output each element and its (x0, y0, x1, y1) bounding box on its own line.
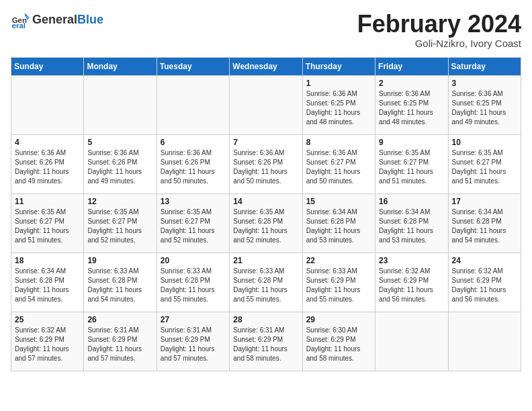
day-number: 16 (379, 197, 444, 206)
day-number: 28 (233, 315, 298, 324)
calendar-cell: 14Sunrise: 6:35 AM Sunset: 6:28 PM Dayli… (230, 193, 302, 253)
day-info: Sunrise: 6:35 AM Sunset: 6:27 PM Dayligh… (87, 208, 152, 245)
day-info: Sunrise: 6:36 AM Sunset: 6:26 PM Dayligh… (87, 148, 152, 186)
day-header-sunday: Sunday (11, 57, 84, 75)
day-number: 18 (15, 256, 80, 265)
day-info: Sunrise: 6:34 AM Sunset: 6:28 PM Dayligh… (306, 208, 371, 245)
day-number: 9 (379, 138, 444, 147)
day-info: Sunrise: 6:32 AM Sunset: 6:29 PM Dayligh… (15, 326, 80, 363)
day-info: Sunrise: 6:36 AM Sunset: 6:27 PM Dayligh… (306, 148, 371, 186)
calendar-cell: 8Sunrise: 6:36 AM Sunset: 6:27 PM Daylig… (302, 134, 375, 193)
day-number: 6 (161, 138, 226, 147)
day-info: Sunrise: 6:33 AM Sunset: 6:28 PM Dayligh… (161, 267, 226, 304)
calendar-cell: 5Sunrise: 6:36 AM Sunset: 6:26 PM Daylig… (84, 134, 157, 193)
calendar-cell: 21Sunrise: 6:33 AM Sunset: 6:28 PM Dayli… (230, 253, 302, 312)
calendar-cell: 10Sunrise: 6:35 AM Sunset: 6:27 PM Dayli… (448, 134, 521, 193)
day-info: Sunrise: 6:33 AM Sunset: 6:28 PM Dayligh… (233, 267, 298, 304)
calendar-cell: 20Sunrise: 6:33 AM Sunset: 6:28 PM Dayli… (157, 253, 229, 312)
day-info: Sunrise: 6:36 AM Sunset: 6:26 PM Dayligh… (161, 148, 226, 186)
calendar-cell: 26Sunrise: 6:31 AM Sunset: 6:29 PM Dayli… (84, 312, 157, 371)
day-number: 26 (87, 315, 152, 324)
calendar-cell: 27Sunrise: 6:31 AM Sunset: 6:29 PM Dayli… (157, 312, 229, 371)
calendar-cell: 24Sunrise: 6:32 AM Sunset: 6:29 PM Dayli… (448, 253, 521, 312)
day-number: 8 (306, 138, 371, 147)
day-number: 19 (87, 256, 152, 265)
calendar-week-2: 4Sunrise: 6:36 AM Sunset: 6:26 PM Daylig… (11, 134, 521, 193)
day-header-monday: Monday (84, 57, 157, 75)
day-number: 11 (15, 197, 80, 206)
day-number: 27 (161, 315, 226, 324)
day-info: Sunrise: 6:36 AM Sunset: 6:25 PM Dayligh… (452, 89, 517, 127)
calendar-week-5: 25Sunrise: 6:32 AM Sunset: 6:29 PM Dayli… (11, 312, 521, 371)
page-header: Gen eral GeneralBlue February 2024 Goli-… (11, 11, 521, 49)
day-number: 24 (452, 256, 517, 265)
day-info: Sunrise: 6:35 AM Sunset: 6:27 PM Dayligh… (15, 208, 80, 245)
logo-icon: Gen eral (11, 11, 30, 30)
day-info: Sunrise: 6:31 AM Sunset: 6:29 PM Dayligh… (233, 326, 298, 363)
day-number: 25 (15, 315, 80, 324)
day-info: Sunrise: 6:33 AM Sunset: 6:29 PM Dayligh… (306, 267, 371, 304)
day-info: Sunrise: 6:35 AM Sunset: 6:28 PM Dayligh… (233, 208, 298, 245)
calendar-cell: 6Sunrise: 6:36 AM Sunset: 6:26 PM Daylig… (157, 134, 229, 193)
day-number: 22 (306, 256, 371, 265)
title-block: February 2024 Goli-Nzikro, Ivory Coast (357, 11, 521, 49)
day-header-wednesday: Wednesday (230, 57, 302, 75)
day-info: Sunrise: 6:36 AM Sunset: 6:26 PM Dayligh… (15, 148, 80, 186)
day-info: Sunrise: 6:35 AM Sunset: 6:27 PM Dayligh… (452, 148, 517, 186)
day-number: 13 (161, 197, 226, 206)
day-info: Sunrise: 6:35 AM Sunset: 6:27 PM Dayligh… (379, 148, 444, 186)
calendar-header-row: SundayMondayTuesdayWednesdayThursdayFrid… (11, 57, 521, 75)
day-number: 21 (233, 256, 298, 265)
day-info: Sunrise: 6:36 AM Sunset: 6:25 PM Dayligh… (306, 89, 371, 127)
calendar-cell: 7Sunrise: 6:36 AM Sunset: 6:26 PM Daylig… (230, 134, 302, 193)
day-info: Sunrise: 6:31 AM Sunset: 6:29 PM Dayligh… (87, 326, 152, 363)
day-info: Sunrise: 6:30 AM Sunset: 6:29 PM Dayligh… (306, 326, 371, 363)
calendar-cell: 19Sunrise: 6:33 AM Sunset: 6:28 PM Dayli… (84, 253, 157, 312)
calendar-cell: 23Sunrise: 6:32 AM Sunset: 6:29 PM Dayli… (375, 253, 448, 312)
calendar-cell: 25Sunrise: 6:32 AM Sunset: 6:29 PM Dayli… (11, 312, 84, 371)
day-number: 12 (87, 197, 152, 206)
day-info: Sunrise: 6:32 AM Sunset: 6:29 PM Dayligh… (379, 267, 444, 304)
day-info: Sunrise: 6:32 AM Sunset: 6:29 PM Dayligh… (452, 267, 517, 304)
calendar-table: SundayMondayTuesdayWednesdayThursdayFrid… (11, 57, 521, 371)
day-number: 23 (379, 256, 444, 265)
day-header-tuesday: Tuesday (157, 57, 229, 75)
day-number: 29 (306, 315, 371, 324)
day-info: Sunrise: 6:36 AM Sunset: 6:26 PM Dayligh… (233, 148, 298, 186)
day-number: 17 (452, 197, 517, 206)
day-header-friday: Friday (375, 57, 448, 75)
day-number: 4 (15, 138, 80, 147)
day-number: 20 (161, 256, 226, 265)
calendar-cell (448, 312, 521, 371)
month-title: February 2024 (357, 11, 521, 38)
calendar-cell (157, 75, 229, 134)
day-info: Sunrise: 6:36 AM Sunset: 6:25 PM Dayligh… (379, 89, 444, 127)
calendar-cell: 3Sunrise: 6:36 AM Sunset: 6:25 PM Daylig… (448, 75, 521, 134)
calendar-cell: 15Sunrise: 6:34 AM Sunset: 6:28 PM Dayli… (302, 193, 375, 253)
calendar-cell: 1Sunrise: 6:36 AM Sunset: 6:25 PM Daylig… (302, 75, 375, 134)
calendar-week-4: 18Sunrise: 6:34 AM Sunset: 6:28 PM Dayli… (11, 253, 521, 312)
day-info: Sunrise: 6:33 AM Sunset: 6:28 PM Dayligh… (87, 267, 152, 304)
day-info: Sunrise: 6:31 AM Sunset: 6:29 PM Dayligh… (161, 326, 226, 363)
calendar-cell: 9Sunrise: 6:35 AM Sunset: 6:27 PM Daylig… (375, 134, 448, 193)
calendar-cell (84, 75, 157, 134)
calendar-cell: 16Sunrise: 6:34 AM Sunset: 6:28 PM Dayli… (375, 193, 448, 253)
day-info: Sunrise: 6:34 AM Sunset: 6:28 PM Dayligh… (15, 267, 80, 304)
calendar-cell: 28Sunrise: 6:31 AM Sunset: 6:29 PM Dayli… (230, 312, 302, 371)
calendar-cell: 2Sunrise: 6:36 AM Sunset: 6:25 PM Daylig… (375, 75, 448, 134)
calendar-cell (11, 75, 84, 134)
day-info: Sunrise: 6:34 AM Sunset: 6:28 PM Dayligh… (379, 208, 444, 245)
day-header-thursday: Thursday (302, 57, 375, 75)
calendar-cell: 11Sunrise: 6:35 AM Sunset: 6:27 PM Dayli… (11, 193, 84, 253)
calendar-cell (230, 75, 302, 134)
calendar-cell: 4Sunrise: 6:36 AM Sunset: 6:26 PM Daylig… (11, 134, 84, 193)
day-number: 10 (452, 138, 517, 147)
svg-text:eral: eral (12, 21, 26, 30)
calendar-cell: 17Sunrise: 6:34 AM Sunset: 6:28 PM Dayli… (448, 193, 521, 253)
calendar-cell: 12Sunrise: 6:35 AM Sunset: 6:27 PM Dayli… (84, 193, 157, 253)
day-number: 1 (306, 79, 371, 88)
calendar-week-3: 11Sunrise: 6:35 AM Sunset: 6:27 PM Dayli… (11, 193, 521, 253)
logo-general-text: General (32, 13, 77, 26)
day-header-saturday: Saturday (448, 57, 521, 75)
calendar-cell: 13Sunrise: 6:35 AM Sunset: 6:27 PM Dayli… (157, 193, 229, 253)
